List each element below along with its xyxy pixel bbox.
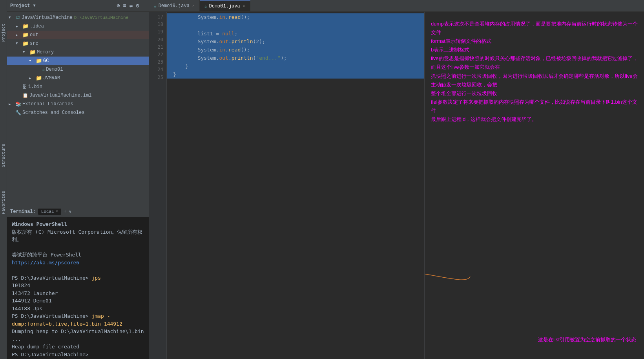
code-line-17: System.in.read(); [167, 13, 424, 22]
code-line-21: System.in.read(); [167, 46, 424, 54]
project-toolbar: Project ▼ ⊕ ≡ ⇌ ⚙ — [7, 0, 149, 12]
left-panel: Project ▼ ⊕ ≡ ⇌ ⚙ — ▼ 🗂 JavaVirtualMachi… [7, 0, 149, 359]
folder-icon-jvm: 🗂 [15, 15, 20, 21]
terminal-tab-local[interactable]: Local × [38, 209, 61, 215]
tree-text-idea: .idea [30, 24, 44, 29]
code-line-23: } [167, 62, 424, 71]
terminal-nav-icon[interactable]: ∨ [69, 209, 71, 214]
terminal-line-dumping: Dumping heap to D:\JavaVirtualMachine\1.… [12, 328, 144, 343]
terminal-line-jmap-prompt: PS D:\JavaVirtualMachine> jmap -dump:for… [12, 312, 144, 328]
main-content: ☕ Demo19.java × ☕ Demo01.java × 17 18 19 [149, 0, 644, 359]
tree-item-scratch[interactable]: 🔧 Scratches and Consoles [7, 108, 149, 117]
scratch-icon: 🔧 [15, 110, 21, 116]
code-line-22: System.out.println("end..."); [167, 54, 424, 62]
folder-icon-idea: 📁 [22, 23, 29, 29]
tree-text-scratch: Scratches and Consoles [22, 110, 84, 115]
terminal-line-jps2: 144188 Jps [12, 305, 144, 313]
editor-tab-demo19[interactable]: ☕ Demo19.java × [149, 0, 200, 11]
tree-item-jvmram[interactable]: ▶ 📁 JVMRAM [7, 74, 149, 82]
annotation-text-1: dump表示这次不是查看堆内存的占用情况了，而是要把堆内存当前运行时的状态转储为… [431, 20, 638, 37]
tree-item-idea[interactable]: ▶ 📁 .idea [7, 22, 149, 31]
annotation-text-5: 抓快照之前进行一次垃圾回收，因为进行垃圾回收以后才会确定哪些是存活对象，所以li… [431, 72, 638, 89]
java-icon-demo01: ☕ [42, 67, 45, 73]
lib-icon-extlib: 📚 [15, 101, 21, 107]
editor-tab-demo01[interactable]: ☕ Demo01.java × [200, 0, 250, 11]
tree-item-gc[interactable]: ▼ 📁 GC [7, 57, 149, 65]
annotation-text-8: 最后跟上进程id，这样就会把文件创建完毕了。 [431, 115, 638, 124]
tree-arrow-src: ▼ [16, 42, 21, 46]
tab-close-demo01[interactable]: × [243, 4, 245, 9]
terminal-tab-close-icon[interactable]: × [56, 209, 58, 214]
toolbar-sort-icon[interactable]: ⇌ [130, 2, 133, 9]
code-line-25 [167, 79, 424, 87]
line-num-18: 18 [152, 21, 163, 28]
tree-arrow-idea: ▶ [16, 24, 21, 29]
annotation-text-7: fiel参数决定了将来要把抓取的内存快照存为哪个文件，比如说存在当前目录下叫1.… [431, 98, 638, 115]
tree-item-iml[interactable]: 📋 JavaVirtualMachine.iml [7, 91, 149, 100]
structure-vertical-tab[interactable]: Structure [1, 144, 6, 167]
terminal-add-icon[interactable]: + [64, 209, 67, 214]
tree-item-demo01[interactable]: ☕ Demo01 [7, 65, 149, 74]
toolbar-add-icon[interactable]: ⊕ [117, 2, 120, 9]
tree-item-out[interactable]: ▶ 📁 out [7, 31, 149, 39]
favorites-vertical-tab[interactable]: Favorites [1, 191, 6, 214]
tree-text-demo01: Demo01 [46, 67, 63, 72]
pscore-link[interactable]: https://aka.ms/pscore6 [12, 260, 79, 266]
terminal-line-blank2 [12, 266, 144, 274]
tree-text-gc: GC [43, 58, 49, 64]
folder-icon-jvmram: 📁 [36, 75, 42, 81]
terminal-line-copyright: 版权所有 (C) Microsoft Corporation。保留所有权利。 [12, 228, 144, 244]
terminal-line-jps-prompt: PS D:\JavaVirtualMachine> jps [12, 274, 144, 282]
tree-arrow-memory: ▼ [23, 50, 28, 54]
tree-text-jvm: JavaVirtualMachine [22, 15, 73, 20]
vertical-tabs-panel: Project Structure Favorites [0, 0, 7, 359]
line-num-19: 19 [152, 28, 163, 36]
line-num-21: 21 [152, 44, 163, 51]
toolbar-minimize-icon[interactable]: — [142, 3, 146, 9]
code-line-18 [167, 22, 424, 30]
tree-arrow-jvmram: ▶ [29, 76, 35, 81]
state-note: 这是在list引用被置为空之前抓取的一个状态 [538, 336, 636, 343]
code-content[interactable]: System.in.read(); list1 = null; System.o… [167, 12, 424, 359]
tab-label-demo01: Demo01.java [209, 4, 240, 9]
file-icon-iml: 📋 [22, 93, 28, 99]
toolbar-list-icon[interactable]: ≡ [123, 3, 126, 9]
tab-close-demo19[interactable]: × [192, 4, 195, 8]
code-line-19: list1 = null; [167, 30, 424, 38]
tree-item-src[interactable]: ▼ 📁 src [7, 39, 149, 48]
annotation-text-2: format表示转储文件的格式 [431, 37, 638, 46]
project-label[interactable]: Project [10, 3, 30, 9]
terminal-toolbar: Terminal: Local × + ∨ [7, 206, 149, 217]
toolbar-dropdown-icon[interactable]: ▼ [33, 4, 35, 8]
terminal-content[interactable]: Windows PowerShell 版权所有 (C) Microsoft Co… [7, 217, 149, 359]
terminal-line-launcher: 143472 Launcher [12, 289, 144, 297]
line-numbers: 17 18 19 20 21 22 23 24 25 [149, 12, 167, 359]
tree-item-jvm[interactable]: ▼ 🗂 JavaVirtualMachine D:\JavaVirtualMac… [7, 13, 149, 22]
folder-icon-out: 📁 [22, 32, 29, 38]
tree-text-iml: JavaVirtualMachine.iml [29, 93, 91, 98]
code-line-20: System.out.println(2); [167, 38, 424, 46]
editor-tabs-bar: ☕ Demo19.java × ☕ Demo01.java × [149, 0, 644, 12]
tree-text-jvmram: JVMRAM [43, 75, 60, 81]
project-vertical-tab[interactable]: Project [1, 24, 6, 42]
tree-text-out: out [30, 32, 38, 38]
tab-icon-demo01: ☕ [204, 4, 207, 9]
terminal-line-blank1 [12, 244, 144, 251]
tree-item-bin[interactable]: 🗄 1.bin [7, 82, 149, 91]
tree-arrow-jvm: ▼ [9, 16, 14, 20]
folder-icon-gc: 📁 [36, 58, 42, 64]
line-num-23: 23 [152, 59, 163, 66]
annotation-panel: dump表示这次不是查看堆内存的占用情况了，而是要把堆内存当前运行时的状态转储为… [424, 12, 644, 359]
code-line-24: } [167, 71, 424, 79]
tree-item-memory[interactable]: ▼ 📁 Memory [7, 48, 149, 57]
terminal-line-101824: 101824 [12, 282, 144, 289]
file-tree: ▼ 🗂 JavaVirtualMachine D:\JavaVirtualMac… [7, 12, 149, 206]
tree-item-extlib[interactable]: ▶ 📚 External Libraries [7, 100, 149, 108]
folder-icon-memory: 📁 [29, 49, 36, 55]
terminal-cmd-jmap: jmap -dump:format=b,live,file=1.bin 1449… [12, 313, 122, 327]
code-annotation-area: 17 18 19 20 21 22 23 24 25 System.in.rea… [149, 12, 644, 359]
line-num-22: 22 [152, 51, 163, 59]
toolbar-settings-icon[interactable]: ⚙ [136, 2, 139, 9]
tree-arrow-extlib: ▶ [9, 102, 14, 106]
line-num-17: 17 [152, 13, 163, 21]
